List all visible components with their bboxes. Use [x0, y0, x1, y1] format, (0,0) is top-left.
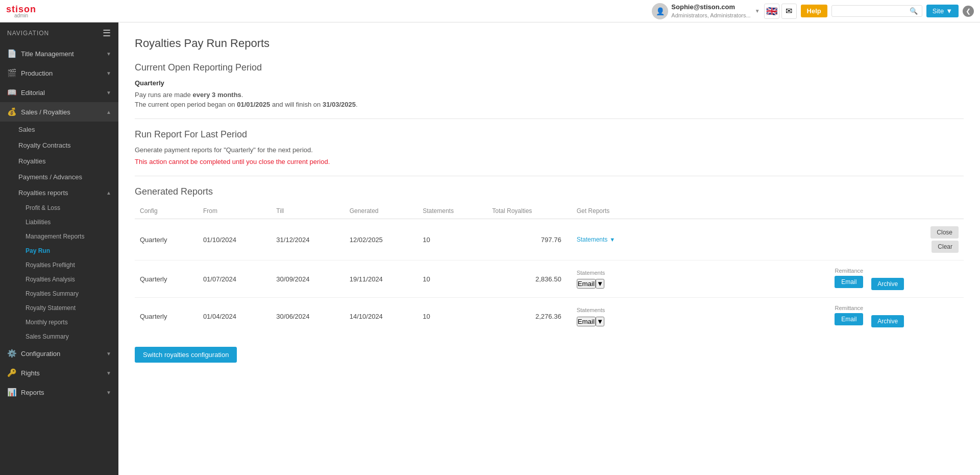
mail-icon[interactable]: ✉ — [781, 4, 797, 19]
table-row: Quarterly 01/10/2024 31/12/2024 12/02/20… — [135, 219, 964, 260]
divider-2 — [135, 176, 964, 176]
collapse-sidebar-button[interactable]: ❮ — [963, 6, 974, 17]
run-report-desc: Generate payment reports for "Quarterly"… — [135, 146, 964, 154]
row1-till: 31/12/2024 — [271, 219, 344, 260]
row3-from: 01/04/2024 — [198, 298, 271, 335]
generated-reports-section-title: Generated Reports — [135, 186, 964, 197]
reports-chevron-icon: ▼ — [106, 390, 111, 395]
sidebar-label-configuration: Configuration — [21, 350, 60, 358]
layout: Navigation ☰ 📄 Title Management ▼ 🎬 Prod… — [0, 22, 980, 475]
reports-icon: 📊 — [7, 388, 17, 397]
sidebar-item-royalties[interactable]: Royalties — [0, 153, 118, 169]
pay-runs-bold: every 3 months — [192, 91, 241, 99]
help-button[interactable]: Help — [801, 5, 827, 17]
sidebar-item-editorial[interactable]: 📖 Editorial ▼ — [0, 83, 118, 102]
sidebar-item-royalties-preflight[interactable]: Royalties Preflight — [0, 258, 118, 272]
site-button[interactable]: Site ▼ — [926, 5, 959, 17]
sidebar-item-sales[interactable]: Sales — [0, 122, 118, 137]
search-icon: 🔍 — [910, 7, 918, 15]
row3-archive-button[interactable]: Archive — [871, 315, 904, 327]
sidebar-item-rights[interactable]: 🔑 Rights ▼ — [0, 363, 118, 383]
sidebar-item-royalties-analysis[interactable]: Royalties Analysis — [0, 272, 118, 287]
sidebar-item-payments-advances[interactable]: Payments / Advances — [0, 169, 118, 185]
sidebar-item-reports[interactable]: 📊 Reports ▼ — [0, 383, 118, 402]
row3-generated: 14/10/2024 — [345, 298, 418, 335]
production-icon: 🎬 — [7, 68, 17, 78]
sidebar-item-monthly-reports[interactable]: Monthly reports — [0, 315, 118, 329]
editorial-icon: 📖 — [7, 88, 17, 97]
avatar: 👤 — [652, 3, 668, 19]
row1-clear-button[interactable]: Clear — [932, 241, 959, 253]
row3-statements: 10 — [418, 298, 487, 335]
sidebar-item-sales-summary[interactable]: Sales Summary — [0, 329, 118, 344]
sidebar-label-editorial: Editorial — [21, 89, 45, 97]
table-row: Quarterly 01/07/2024 30/09/2024 19/11/20… — [135, 260, 964, 298]
row1-close-button[interactable]: Close — [930, 226, 959, 239]
row3-statements-header-label: Statements — [577, 307, 605, 313]
table-row: Quarterly 01/04/2024 30/06/2024 14/10/20… — [135, 298, 964, 335]
user-dropdown-icon[interactable]: ▼ — [755, 8, 760, 14]
user-info[interactable]: 👤 Sophie@stison.com Administrators, Admi… — [652, 3, 760, 19]
col-header-till: Till — [271, 203, 344, 219]
col-header-statements: Statements — [418, 203, 487, 219]
col-header-from: From — [198, 203, 271, 219]
row3-remittance-email-button[interactable]: Email — [835, 313, 863, 325]
row3-till: 30/06/2024 — [271, 298, 344, 335]
sidebar-item-production[interactable]: 🎬 Production ▼ — [0, 63, 118, 83]
sidebar-item-title-management[interactable]: 📄 Title Management ▼ — [0, 44, 118, 63]
navigation-label: Navigation — [7, 30, 49, 37]
row2-statements-email-button[interactable]: Email — [577, 279, 596, 289]
row3-statements-dropdown-button[interactable]: ▼ — [596, 317, 604, 326]
sidebar-item-liabilities[interactable]: Liabilities — [0, 215, 118, 229]
row3-statements-email-button[interactable]: Email — [577, 317, 596, 326]
sidebar-item-royalty-contracts[interactable]: Royalty Contracts — [0, 137, 118, 153]
row2-archive-button[interactable]: Archive — [871, 278, 904, 290]
sidebar-item-sales-royalties[interactable]: 💰 Sales / Royalties ▲ — [0, 102, 118, 122]
configuration-icon: ⚙️ — [7, 349, 17, 358]
row1-statements-link[interactable]: Statements — [577, 236, 608, 243]
rights-icon: 🔑 — [7, 368, 17, 377]
logo-sub: admin — [14, 13, 28, 18]
sidebar-item-configuration[interactable]: ⚙️ Configuration ▼ — [0, 344, 118, 363]
row1-actions: Close Clear — [829, 219, 964, 260]
sidebar-item-management-reports[interactable]: Management Reports — [0, 229, 118, 244]
flag-icon[interactable]: 🇬🇧 — [764, 4, 779, 19]
row2-total-royalties: 2,836.50 — [487, 260, 571, 298]
row2-remittance-email-button[interactable]: Email — [835, 276, 863, 288]
period-name: Quarterly — [135, 79, 964, 87]
title-management-chevron-icon: ▼ — [106, 51, 111, 57]
royalties-reports-chevron-icon: ▲ — [106, 190, 111, 196]
row1-get-reports: Statements ▼ — [572, 219, 830, 260]
col-header-total-royalties: Total Royalties — [487, 203, 571, 219]
row2-generated: 19/11/2024 — [345, 260, 418, 298]
divider-1 — [135, 118, 964, 119]
sidebar-item-royalties-summary[interactable]: Royalties Summary — [0, 287, 118, 301]
row3-config: Quarterly — [135, 298, 198, 335]
switch-royalties-config-button[interactable]: Switch royalties configuration — [135, 347, 237, 363]
row2-statements-dropdown-button[interactable]: ▼ — [596, 279, 604, 289]
configuration-chevron-icon: ▼ — [106, 351, 111, 357]
row1-from: 01/10/2024 — [198, 219, 271, 260]
main-content: Royalties Pay Run Reports Current Open R… — [118, 22, 980, 475]
row1-config: Quarterly — [135, 219, 198, 260]
row1-statements-chevron-icon[interactable]: ▼ — [609, 236, 615, 243]
col-header-actions — [829, 203, 964, 219]
row2-remittance-header-label: Remittance — [835, 268, 863, 274]
col-header-get-reports: Get Reports — [572, 203, 830, 219]
title-management-icon: 📄 — [7, 49, 17, 58]
sidebar-item-profit-loss[interactable]: Profit & Loss — [0, 201, 118, 215]
sidebar-item-pay-run[interactable]: Pay Run — [0, 244, 118, 258]
row2-get-reports: Statements Email ▼ — [572, 260, 830, 298]
error-text: This action cannot be completed until yo… — [135, 158, 964, 165]
col-header-generated: Generated — [345, 203, 418, 219]
sidebar-item-royalties-reports[interactable]: Royalties reports ▲ — [0, 185, 118, 201]
sidebar-item-royalty-statement[interactable]: Royalty Statement — [0, 301, 118, 315]
user-name: Sophie@stison.com — [671, 3, 750, 12]
row2-statements: 10 — [418, 260, 487, 298]
row3-total-royalties: 2,276.36 — [487, 298, 571, 335]
top-bar: stison admin 👤 Sophie@stison.com Adminis… — [0, 0, 980, 22]
reports-table: Config From Till Generated Statements To… — [135, 203, 964, 335]
row1-statements: 10 — [418, 219, 487, 260]
search-input[interactable] — [836, 7, 908, 15]
hamburger-icon[interactable]: ☰ — [103, 28, 111, 39]
